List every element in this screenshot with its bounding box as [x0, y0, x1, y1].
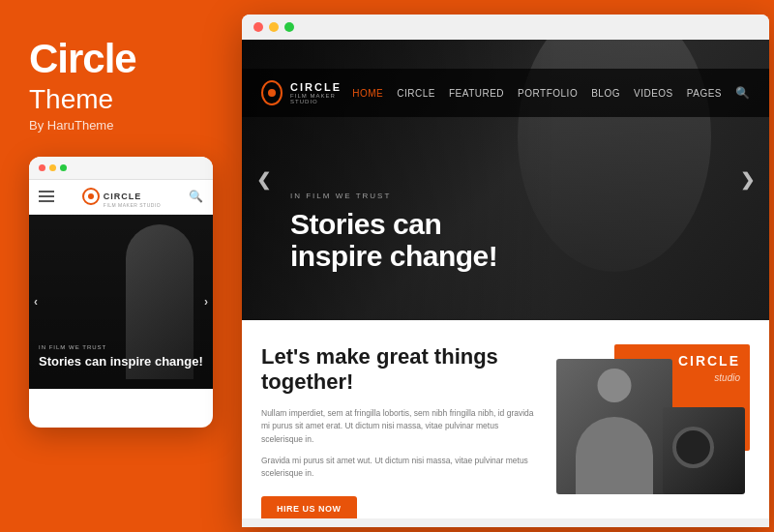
site-logo: CIRCLE FILM MAKER STUDIO	[261, 80, 352, 105]
nav-link-featured[interactable]: FEATURED	[449, 88, 504, 99]
mobile-hero-title: Stories can inspire change!	[39, 354, 203, 369]
mobile-logo-circle	[82, 188, 100, 205]
mobile-search-icon[interactable]: 🔍	[189, 190, 203, 203]
nav-link-circle[interactable]: CIRCLE	[397, 88, 435, 99]
mobile-logo: CIRCLE FILM MAKER STUDIO	[82, 186, 161, 208]
site-logo-tag: FILM MAKER STUDIO	[290, 93, 352, 104]
site-hero: CIRCLE FILM MAKER STUDIO HOME CIRCLE FEA…	[242, 40, 769, 320]
desktop-browser: CIRCLE FILM MAKER STUDIO HOME CIRCLE FEA…	[242, 15, 769, 527]
nav-link-home[interactable]: HOME	[352, 88, 383, 99]
mobile-prev-button[interactable]: ‹	[34, 295, 38, 309]
mobile-dot-red	[39, 164, 45, 171]
mobile-hero-content: IN FILM WE TRUST Stories can inspire cha…	[39, 344, 203, 369]
content-body-1: Nullam imperdiet, sem at fringilla lobor…	[261, 407, 537, 447]
studio-label: CIRCLE studio	[678, 354, 740, 385]
mobile-dot-green	[60, 164, 67, 171]
site-navigation: CIRCLE FILM MAKER STUDIO HOME CIRCLE FEA…	[242, 69, 769, 117]
mobile-hero: IN FILM WE TRUST Stories can inspire cha…	[29, 215, 213, 389]
mobile-logo-name: CIRCLE	[104, 192, 142, 201]
content-heading: Let's make great things together!	[261, 344, 537, 396]
site-logo-name: CIRCLE	[290, 82, 352, 93]
mobile-mockup: CIRCLE FILM MAKER STUDIO 🔍 IN FILM WE TR…	[29, 157, 213, 428]
hero-prev-button[interactable]: ❮	[256, 169, 271, 191]
site-logo-info: CIRCLE FILM MAKER STUDIO	[290, 82, 352, 104]
site-logo-circle-icon	[261, 80, 283, 105]
nav-link-blog[interactable]: BLOG	[591, 88, 620, 99]
content-body-2: Gravida mi purus sit amet wut. Ut dictum…	[261, 455, 537, 481]
mobile-nav-bar: CIRCLE FILM MAKER STUDIO 🔍	[29, 180, 213, 215]
browser-chrome	[242, 15, 769, 40]
mobile-logo-tagline: FILM MAKER STUDIO	[104, 203, 161, 208]
mobile-hero-tagline: IN FILM WE TRUST	[39, 344, 203, 350]
studio-sub-text: studio	[714, 372, 740, 383]
mobile-dot-yellow	[49, 164, 56, 171]
brand-title: Circle	[29, 36, 136, 81]
site-content: Let's make great things together! Nullam…	[242, 320, 769, 518]
hire-us-button[interactable]: Hire Us Now	[261, 496, 357, 518]
left-panel: Circle Theme By HaruTheme CIRCLE FIL	[0, 0, 237, 532]
content-right: CIRCLE studio	[556, 344, 750, 518]
mobile-logo-info: CIRCLE FILM MAKER STUDIO	[104, 186, 161, 208]
browser-dot-green[interactable]	[284, 22, 294, 32]
studio-camera-image	[663, 407, 745, 494]
nav-link-portfolio[interactable]: PORTFOLIO	[518, 88, 578, 99]
mobile-next-button[interactable]: ›	[204, 295, 208, 309]
site-nav-links: HOME CIRCLE FEATURED PORTFOLIO BLOG VIDE…	[352, 86, 750, 100]
mobile-top-bar	[29, 157, 213, 180]
mobile-dots	[39, 164, 67, 171]
hero-title: Stories can inspire change!	[290, 208, 576, 272]
brand-subtitle: Theme	[29, 84, 113, 114]
hamburger-icon[interactable]	[39, 191, 54, 202]
content-left: Let's make great things together! Nullam…	[261, 344, 537, 518]
nav-link-videos[interactable]: VIDEOS	[634, 88, 673, 99]
hero-next-button[interactable]: ❯	[740, 169, 755, 191]
studio-person-image	[556, 359, 672, 494]
nav-link-pages[interactable]: PAGES	[687, 88, 722, 99]
nav-search-icon[interactable]: 🔍	[735, 86, 750, 100]
browser-dot-red[interactable]	[253, 22, 263, 32]
brand-by: By HaruTheme	[29, 118, 113, 133]
browser-dot-yellow[interactable]	[269, 22, 279, 32]
hero-content: IN FILM WE TRUST Stories can inspire cha…	[290, 192, 576, 272]
hero-tagline: IN FILM WE TRUST	[290, 192, 576, 200]
studio-circle-text: CIRCLE	[678, 354, 740, 368]
